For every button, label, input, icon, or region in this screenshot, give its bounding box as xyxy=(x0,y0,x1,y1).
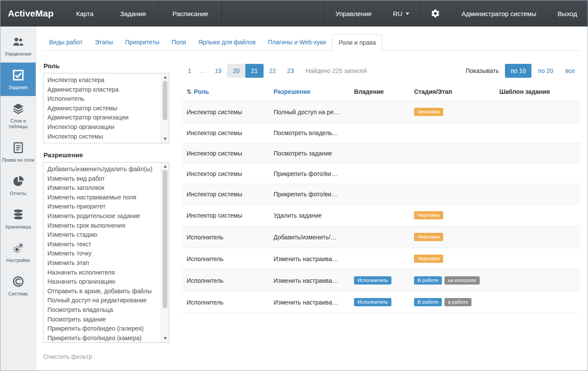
role-option[interactable]: Администратор системы xyxy=(47,104,159,113)
sidebar-item-label: Управление xyxy=(5,51,31,57)
permission-scrollbar[interactable] xyxy=(161,162,169,342)
table-row[interactable]: ИсполнительИзменить настраива…Исполнител… xyxy=(182,270,581,292)
tab-file-labels[interactable]: Ярлыки для файлов xyxy=(192,34,262,51)
tab-priorities[interactable]: Приоритеты xyxy=(119,34,166,51)
page-button[interactable]: 21 xyxy=(245,64,264,78)
table-row[interactable]: ИсполнительДобавить/изменить/…Черновик xyxy=(182,226,581,248)
ownership-badge: Исполнитель xyxy=(354,276,391,285)
role-option[interactable]: Исполнитель xyxy=(47,94,159,104)
permission-option[interactable]: Изменить стадию xyxy=(47,230,159,240)
role-option[interactable]: Администратор организации xyxy=(47,113,159,123)
sidebar-item-storage[interactable]: Хранилища xyxy=(0,202,36,235)
permission-option[interactable]: Изменить этап xyxy=(47,258,159,268)
table-row[interactable]: ИсполнительИзменить настраива…Исполнител… xyxy=(182,292,581,313)
scrollbar-thumb[interactable] xyxy=(163,170,167,308)
permission-option[interactable]: Изменить текст xyxy=(47,240,159,249)
permission-option[interactable]: Посмотреть владельца xyxy=(47,305,159,315)
clear-filter-link[interactable]: Очистить фильтр xyxy=(43,353,92,360)
language-label: RU xyxy=(393,10,403,17)
logout-button[interactable]: Выход xyxy=(547,0,588,26)
cell-role: Исполнитель xyxy=(182,292,269,313)
permission-option[interactable]: Изменить вид работ xyxy=(47,174,159,184)
permission-option[interactable]: Посмотреть задание xyxy=(47,315,159,325)
page-size-button[interactable]: по 20 xyxy=(532,64,559,78)
page-button[interactable]: 19 xyxy=(209,64,227,78)
role-filter-label: Роль xyxy=(43,62,169,70)
permission-option[interactable]: Изменить срок выполнения xyxy=(47,221,159,231)
tab-stages[interactable]: Этапы xyxy=(89,34,119,51)
sort-icon: ⇅ xyxy=(187,88,192,95)
column-header: Владение xyxy=(350,82,410,101)
permission-option[interactable]: Изменить точку xyxy=(47,249,159,258)
table-row[interactable]: Инспектор системыПосмотреть задание xyxy=(182,143,581,164)
column-header[interactable]: ⇅Роль xyxy=(182,82,269,101)
page-size-button[interactable]: все xyxy=(560,64,581,78)
page-button[interactable]: 1 xyxy=(182,64,197,78)
records-found-text: Найдено 225 записей xyxy=(306,67,367,74)
sidebar-item-layer-rights[interactable]: Права на слои xyxy=(0,135,36,169)
permission-option[interactable]: Полный доступ на редактирование xyxy=(47,296,159,305)
topbar-item-tasks[interactable]: Задания xyxy=(107,0,159,26)
permission-option[interactable]: Изменить приоритет xyxy=(47,202,159,212)
cell-template xyxy=(495,248,581,270)
cell-permission: Изменить настраива… xyxy=(269,292,350,313)
cell-role: Исполнитель xyxy=(182,226,269,248)
cell-role: Инспектор системы xyxy=(182,164,269,184)
role-scrollbar[interactable] xyxy=(161,73,169,143)
table-row[interactable]: Инспектор системыПосмотреть владель… xyxy=(182,123,581,143)
role-option[interactable]: Инспектор кластера xyxy=(47,76,159,85)
page-button[interactable]: 20 xyxy=(227,64,245,78)
topbar-item-schedule[interactable]: Расписание xyxy=(159,0,222,26)
topbar-item-management[interactable]: Управление xyxy=(324,0,382,26)
results-area: 1…1920212223 Найдено 225 записей Показыв… xyxy=(182,62,581,361)
scrollbar-thumb[interactable] xyxy=(163,81,167,120)
permission-listbox[interactable]: Добавить/изменить/удалить файл(ы)Изменит… xyxy=(43,162,169,343)
tab-fields[interactable]: Поля xyxy=(166,34,192,51)
settings-icon xyxy=(12,242,25,255)
permission-option[interactable]: Изменить заголовок xyxy=(47,183,159,193)
table-row[interactable]: Инспектор системыПрикрепить фото/ви… xyxy=(182,164,581,184)
role-listbox[interactable]: Инспектор кластераАдминистратор кластера… xyxy=(43,73,169,143)
chevron-down-icon xyxy=(406,13,409,15)
language-dropdown[interactable]: RU xyxy=(382,0,420,26)
role-option[interactable]: Администратор кластера xyxy=(47,85,159,95)
topbar-user[interactable]: Администратор системы xyxy=(451,0,547,26)
sidebar-item-reports[interactable]: Отчеты xyxy=(0,169,36,202)
scroll-up-icon[interactable] xyxy=(164,76,167,79)
page-size-button[interactable]: по 10 xyxy=(505,64,531,78)
sidebar-item-settings[interactable]: Настройки xyxy=(0,235,36,269)
layer-rights-icon xyxy=(12,141,25,154)
role-option[interactable]: Инспектор системы xyxy=(47,132,159,142)
table-row[interactable]: ИсполнительИзменить настраива…Черновик xyxy=(182,248,581,270)
page-button[interactable]: 22 xyxy=(264,64,282,78)
permission-option[interactable]: Отправить в архив, добавить файлы xyxy=(47,287,159,296)
permission-option[interactable]: Добавить/изменить/удалить файл(ы) xyxy=(47,165,159,174)
sidebar-item-system[interactable]: Система xyxy=(0,269,36,302)
sidebar-item-layers[interactable]: Слои и таблицы xyxy=(0,96,36,135)
permission-option[interactable]: Прикрепить фото/видео (камера) xyxy=(47,334,159,342)
tab-work-types[interactable]: Виды работ xyxy=(43,34,89,51)
tab-roles-rights[interactable]: Роли и права xyxy=(332,34,382,51)
table-row[interactable]: Инспектор системыПрикрепить фото/ви… xyxy=(182,184,581,205)
permission-option[interactable]: Изменить настраиваемые поля xyxy=(47,193,159,202)
status-badge: Черновик xyxy=(414,108,443,116)
page-button[interactable]: 23 xyxy=(281,64,300,78)
settings-gear-button[interactable] xyxy=(420,0,451,26)
permission-option[interactable]: Изменить родительское задание xyxy=(47,212,159,221)
permission-option[interactable]: Назначить организацию xyxy=(47,277,159,287)
sidebar-item-tasks[interactable]: Задания xyxy=(0,63,36,96)
scroll-down-icon[interactable] xyxy=(164,138,167,140)
role-option[interactable]: Инспектор организации xyxy=(47,123,159,132)
table-row[interactable]: Инспектор системыУдалить заданиеЧерновик xyxy=(182,205,581,226)
topbar-item-map[interactable]: Карта xyxy=(63,0,107,26)
scroll-down-icon[interactable] xyxy=(164,337,167,340)
tab-plugins[interactable]: Плагины и Web-хуки xyxy=(262,34,332,51)
permission-option[interactable]: Назначить исполнителя xyxy=(47,268,159,278)
scroll-up-icon[interactable] xyxy=(164,165,167,168)
tasks-icon xyxy=(12,69,25,82)
permission-option[interactable]: Прикрепить фото/видео (галерея) xyxy=(47,324,159,334)
table-row[interactable]: Инспектор системыПолный доступ на ре…Чер… xyxy=(182,101,581,123)
sidebar-item-label: Отчеты xyxy=(10,191,26,196)
column-header[interactable]: Разрешение xyxy=(269,82,350,101)
sidebar-item-management[interactable]: Управление xyxy=(0,29,36,63)
